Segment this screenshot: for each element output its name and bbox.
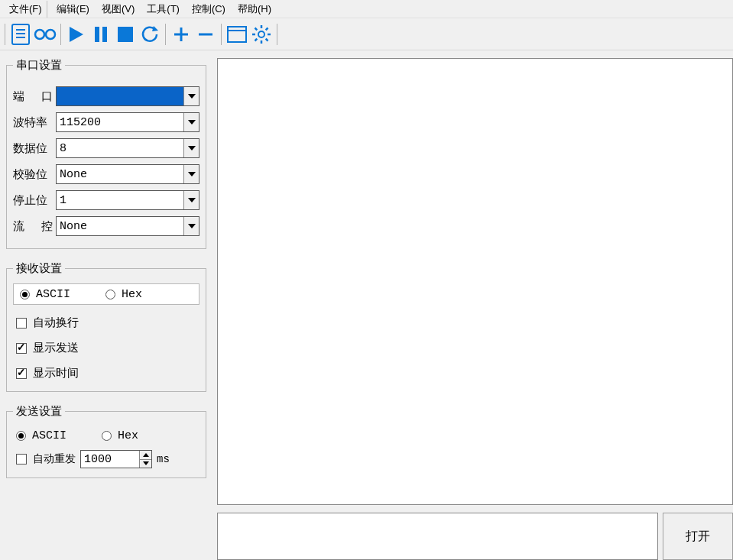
auto-resend-label[interactable]: 自动重发 [33, 452, 76, 466]
refresh-button[interactable] [138, 22, 162, 47]
interval-spinner[interactable]: 1000 [80, 450, 152, 468]
output-area[interactable] [217, 58, 733, 505]
send-legend: 发送设置 [13, 404, 65, 419]
checkbox-icon [16, 343, 27, 354]
pause-button[interactable] [89, 22, 113, 47]
stop-icon [117, 26, 134, 43]
svg-rect-7 [95, 27, 99, 42]
chevron-down-icon [183, 87, 199, 105]
wrap-label: 自动换行 [33, 316, 79, 330]
stopbits-value: 1 [60, 194, 66, 207]
menu-help[interactable]: 帮助(H) [232, 1, 277, 18]
stopbits-row: 停止位 1 [13, 190, 199, 210]
send-settings-group: 发送设置 ASCII Hex 自动重发 1000 [6, 404, 206, 478]
send-hex-radio[interactable]: Hex [102, 429, 187, 442]
svg-line-24 [266, 28, 268, 30]
show-time-label: 显示时间 [33, 366, 79, 380]
menu-control[interactable]: 控制(C) [186, 1, 232, 18]
receive-legend: 接收设置 [13, 261, 65, 276]
serial-legend: 串口设置 [13, 58, 65, 73]
stopbits-combo[interactable]: 1 [56, 190, 199, 210]
spinner-arrows[interactable] [139, 451, 151, 468]
toolbar-separator [60, 24, 61, 45]
recv-ascii-radio[interactable]: ASCII [20, 288, 105, 301]
send-input[interactable] [217, 513, 658, 560]
menubar: 文件(F) 编辑(E) 视图(V) 工具(T) 控制(C) 帮助(H) [0, 0, 733, 18]
menu-view[interactable]: 视图(V) [96, 1, 141, 18]
flow-value: None [60, 220, 87, 233]
flow-label: 流控 [13, 219, 56, 234]
parity-row: 校验位 None [13, 164, 199, 184]
menu-tools[interactable]: 工具(T) [141, 1, 186, 18]
left-panel: 串口设置 端口 波特率 115200 数据位 [0, 50, 212, 560]
body-area: 串口设置 端口 波特率 115200 数据位 [0, 50, 733, 560]
chevron-down-icon [183, 217, 199, 235]
toolbar-separator [5, 24, 5, 45]
chevron-up-icon[interactable] [140, 451, 151, 460]
flow-combo[interactable]: None [56, 216, 199, 236]
play-button[interactable] [64, 22, 89, 47]
serial-settings-group: 串口设置 端口 波特率 115200 数据位 [6, 58, 206, 249]
record-button[interactable] [33, 22, 57, 47]
send-ascii-radio[interactable]: ASCII [16, 429, 102, 442]
interval-value: 1000 [84, 453, 112, 466]
toolbar-separator [165, 24, 166, 45]
add-button[interactable] [169, 22, 193, 47]
wrap-check[interactable]: 自动换行 [16, 316, 199, 330]
radio-dot-icon [16, 431, 26, 441]
chevron-down-icon [183, 191, 199, 209]
baud-combo[interactable]: 115200 [56, 112, 199, 132]
settings-button[interactable] [249, 22, 274, 47]
parity-combo[interactable]: None [56, 164, 199, 184]
menu-edit[interactable]: 编辑(E) [50, 1, 96, 18]
document-icon [11, 24, 30, 45]
parity-label: 校验位 [13, 167, 56, 182]
port-combo[interactable] [56, 86, 199, 106]
show-send-check[interactable]: 显示发送 [16, 341, 199, 355]
right-panel: 打开 [212, 50, 733, 560]
checkbox-icon [16, 318, 27, 329]
radio-dot-icon [102, 431, 112, 441]
show-time-check[interactable]: 显示时间 [16, 366, 199, 380]
recv-format-radio: ASCII Hex [13, 283, 199, 305]
chevron-down-icon [183, 165, 199, 183]
flow-row: 流控 None [13, 216, 199, 236]
recv-hex-label: Hex [122, 288, 142, 301]
tape-icon [34, 27, 57, 42]
radio-dot-icon [20, 290, 30, 299]
svg-line-21 [255, 28, 258, 30]
radio-dot-icon [105, 290, 115, 299]
toolbar [0, 18, 733, 50]
svg-point-4 [35, 30, 44, 39]
refresh-icon [140, 24, 160, 44]
stopbits-label: 停止位 [13, 193, 56, 208]
menu-file[interactable]: 文件(F) [3, 1, 47, 18]
checkbox-icon [16, 368, 27, 379]
parity-value: None [60, 168, 87, 181]
port-row: 端口 [13, 86, 199, 106]
auto-resend-row: 自动重发 1000 ms [13, 450, 199, 468]
svg-point-16 [258, 31, 264, 37]
window-button[interactable] [225, 22, 249, 47]
baud-row: 波特率 115200 [13, 112, 199, 132]
chevron-down-icon [183, 139, 199, 157]
stop-button[interactable] [113, 22, 138, 47]
databits-combo[interactable]: 8 [56, 138, 199, 158]
send-format-radio: ASCII Hex [16, 429, 199, 442]
open-button[interactable]: 打开 [663, 513, 733, 560]
port-label: 端口 [13, 89, 56, 104]
send-row: 打开 [217, 513, 733, 560]
svg-point-5 [46, 30, 55, 39]
receive-settings-group: 接收设置 ASCII Hex 自动换行 显示发送 [6, 261, 206, 392]
pause-icon [93, 25, 109, 44]
svg-marker-6 [70, 27, 83, 42]
show-send-label: 显示发送 [33, 341, 79, 355]
chevron-down-icon[interactable] [140, 460, 151, 468]
send-hex-label: Hex [118, 429, 138, 442]
chevron-down-icon [183, 113, 199, 131]
new-doc-button[interactable] [8, 22, 33, 47]
recv-hex-radio[interactable]: Hex [105, 288, 191, 301]
baud-label: 波特率 [13, 115, 56, 130]
remove-button[interactable] [193, 22, 218, 47]
gear-icon [251, 24, 271, 44]
